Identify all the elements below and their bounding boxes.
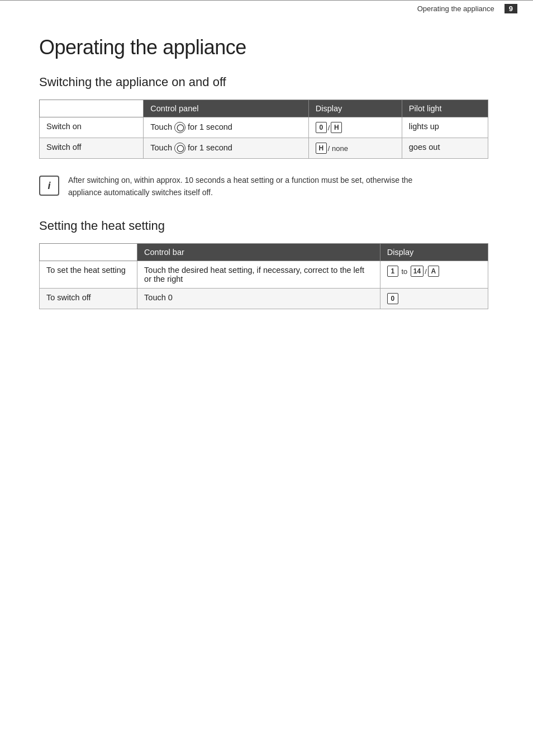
th-display-2: Display [380, 244, 488, 261]
th-control-bar: Control bar [137, 244, 380, 261]
td-control-heat: Touch the desired heat setting, if neces… [137, 261, 380, 289]
switch-table: Control panel Display Pilot light Switch… [39, 100, 488, 159]
sym-box-h-on: H [331, 122, 342, 133]
section2-title: Setting the heat setting [39, 219, 488, 233]
td-pilot-off: goes out [402, 138, 488, 159]
display-sym-on: 0 / H [316, 122, 342, 133]
td-control-on: Touch ◯ for 1 second [144, 117, 309, 138]
td-pilot-on: lights up [402, 117, 488, 138]
th-empty-2 [40, 244, 137, 261]
header-bar: Operating the appliance 9 [0, 0, 533, 16]
main-title: Operating the appliance [39, 36, 488, 59]
table-row: To switch off Touch 0 0 [40, 289, 488, 309]
display-sym-heat: 1 to 14 / A [387, 266, 439, 277]
info-icon: i [39, 176, 59, 196]
td-control-off: Touch ◯ for 1 second [144, 138, 309, 159]
power-symbol-off: ◯ [174, 143, 185, 154]
sym-box-14: 14 [411, 266, 423, 277]
section2: Setting the heat setting Control bar Dis… [39, 219, 488, 309]
sym-box-1: 1 [387, 266, 398, 277]
table-row: To set the heat setting Touch the desire… [40, 261, 488, 289]
td-switch-on: Switch on [40, 117, 144, 138]
section1-title: Switching the appliance on and off [39, 75, 488, 89]
sym-box-h-off: H [316, 143, 327, 154]
page-container: Operating the appliance 9 Operating the … [0, 0, 533, 756]
sym-box-0-on: 0 [316, 122, 327, 133]
info-note-text: After switching on, within approx. 10 se… [68, 174, 448, 199]
td-touch-0: Touch 0 [137, 289, 380, 309]
display-sym-off: H / none [316, 143, 348, 154]
display-sym-0: 0 [387, 293, 398, 304]
td-display-0: 0 [380, 289, 488, 309]
th-display-1: Display [308, 100, 402, 117]
info-block: i After switching on, within approx. 10 … [39, 174, 488, 199]
header-title: Operating the appliance [417, 4, 494, 13]
th-pilot-light: Pilot light [402, 100, 488, 117]
td-display-on: 0 / H [308, 117, 402, 138]
th-control-panel: Control panel [144, 100, 309, 117]
sym-box-zero: 0 [387, 293, 398, 304]
td-to-switch-off: To switch off [40, 289, 137, 309]
heat-table: Control bar Display To set the heat sett… [39, 243, 488, 309]
main-content: Operating the appliance Switching the ap… [0, 16, 533, 347]
header-page-number: 9 [505, 4, 517, 13]
td-display-heat: 1 to 14 / A [380, 261, 488, 289]
table-row: Switch off Touch ◯ for 1 second H / none [40, 138, 488, 159]
table-row: Switch on Touch ◯ for 1 second 0 / H [40, 117, 488, 138]
td-display-off: H / none [308, 138, 402, 159]
td-switch-off: Switch off [40, 138, 144, 159]
th-empty-1 [40, 100, 144, 117]
sym-box-a: A [428, 266, 439, 277]
power-symbol-on: ◯ [174, 122, 185, 133]
td-set-heat: To set the heat setting [40, 261, 137, 289]
